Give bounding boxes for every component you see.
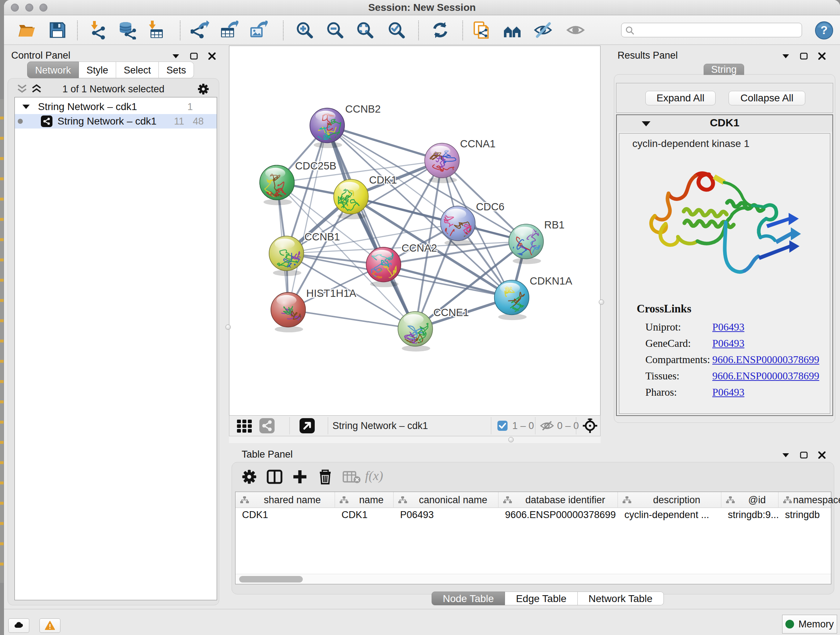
network-options-gear-icon[interactable] xyxy=(197,83,210,95)
import-network-icon[interactable] xyxy=(88,21,107,40)
table-body: CDK1CDK1P064939606.ENSP00000378699cyclin… xyxy=(235,508,831,522)
table-tab-edge-table[interactable]: Edge Table xyxy=(505,592,578,605)
maximize-panel-icon[interactable] xyxy=(799,450,808,460)
zoom-out-icon[interactable] xyxy=(325,21,344,40)
column-header-shared-name[interactable]: shared name xyxy=(235,492,335,508)
column-header-name[interactable]: name xyxy=(335,492,393,508)
network-edge[interactable] xyxy=(327,126,442,161)
help-button[interactable]: ? xyxy=(815,21,834,40)
function-builder-icon[interactable]: f(x) xyxy=(365,468,383,483)
crosslink-link[interactable]: 9606.ENSP00000378699 xyxy=(712,370,819,386)
network-node-HIST1H1A[interactable] xyxy=(271,293,306,333)
crosslink-link[interactable]: P06493 xyxy=(712,321,745,337)
horizontal-splitter[interactable] xyxy=(229,436,600,443)
statusbar-separator xyxy=(535,417,535,434)
export-network-icon[interactable] xyxy=(191,21,210,40)
fit-selected-icon[interactable] xyxy=(583,418,598,433)
network-node-CCNB2[interactable] xyxy=(310,108,345,148)
control-tab-network[interactable]: Network xyxy=(27,62,79,78)
float-panel-icon[interactable] xyxy=(781,51,790,61)
control-tab-sets[interactable]: Sets xyxy=(159,62,194,78)
float-panel-icon[interactable] xyxy=(781,450,790,460)
birds-eye-view-icon[interactable] xyxy=(236,417,253,434)
table-tab-network-table[interactable]: Network Table xyxy=(578,592,664,605)
float-panel-icon[interactable] xyxy=(171,51,180,61)
network-edge[interactable] xyxy=(288,126,327,310)
table-horizontal-scrollbar[interactable] xyxy=(235,574,831,584)
network-node-CCNB1[interactable] xyxy=(269,236,304,276)
hidden-eye-icon[interactable] xyxy=(540,420,554,432)
network-node-CCNE1[interactable] xyxy=(398,312,433,352)
network-node-CCNA1[interactable] xyxy=(425,143,459,183)
collapse-all-button[interactable]: Collapse All xyxy=(729,91,805,105)
warning-button[interactable] xyxy=(39,618,60,633)
network-canvas[interactable]: CCNB2CCNA1CDC25BCDK1CDC6RB1CCNB1CCNA2CDK… xyxy=(229,46,600,416)
crosslink-link[interactable]: P06493 xyxy=(712,337,745,354)
zoom-selected-icon[interactable] xyxy=(387,21,406,40)
hide-selected-icon[interactable] xyxy=(534,21,553,40)
close-panel-icon[interactable] xyxy=(207,51,217,61)
statusbar-separator xyxy=(491,417,491,434)
table-row[interactable]: CDK1CDK1P064939606.ENSP00000378699cyclin… xyxy=(235,508,831,522)
import-database-icon[interactable] xyxy=(118,21,136,40)
table-tab-node-table[interactable]: Node Table xyxy=(431,592,505,605)
show-all-icon[interactable] xyxy=(566,21,585,40)
network-row[interactable]: String Network – cdk1 11 48 xyxy=(15,114,217,128)
control-tab-select[interactable]: Select xyxy=(116,62,159,78)
save-session-icon[interactable] xyxy=(48,21,67,40)
export-image-icon[interactable] xyxy=(249,21,268,40)
splitter-handle[interactable] xyxy=(225,325,231,330)
network-node-CDC25B[interactable] xyxy=(260,165,294,205)
copy-style-icon[interactable] xyxy=(472,21,491,40)
column-type-icon xyxy=(783,496,792,504)
zoom-in-icon[interactable] xyxy=(295,21,314,40)
control-tab-style[interactable]: Style xyxy=(79,62,116,78)
refresh-icon[interactable] xyxy=(431,21,450,40)
open-file-icon[interactable] xyxy=(17,21,36,40)
show-columns-icon[interactable] xyxy=(267,469,283,485)
search-icon xyxy=(625,26,635,35)
splitter-handle[interactable] xyxy=(508,437,514,442)
crosslink-link[interactable]: P06493 xyxy=(712,386,745,402)
export-table-icon[interactable] xyxy=(219,21,238,40)
close-panel-icon[interactable] xyxy=(817,51,827,61)
first-neighbors-icon[interactable] xyxy=(503,21,522,40)
crosslink-link[interactable]: 9606.ENSP00000378699 xyxy=(712,354,819,370)
selected-nodes-checkbox-icon[interactable] xyxy=(497,420,508,431)
network-edge[interactable] xyxy=(288,310,415,329)
splitter-handle[interactable] xyxy=(599,299,604,305)
protein-section-header[interactable]: CDK1 xyxy=(617,115,832,132)
open-in-new-window-icon[interactable] xyxy=(299,418,315,434)
expand-all-button[interactable]: Expand All xyxy=(645,91,715,105)
network-node-count: 11 xyxy=(174,116,184,127)
crosslink-row: Tissues:9606.ENSP00000378699 xyxy=(645,370,819,386)
import-table-icon[interactable] xyxy=(147,21,166,40)
results-tab-string[interactable]: String xyxy=(704,64,744,75)
cloud-button[interactable] xyxy=(8,618,29,633)
network-node-CDKN1A[interactable] xyxy=(494,280,529,320)
zoom-fit-icon[interactable] xyxy=(355,21,374,40)
column-header-database-identifier[interactable]: database identifier xyxy=(499,492,618,508)
memory-button[interactable]: Memory xyxy=(782,615,837,633)
table-options-gear-icon[interactable] xyxy=(241,469,257,485)
search-input[interactable] xyxy=(638,24,797,35)
column-label: name xyxy=(359,494,384,506)
maximize-panel-icon[interactable] xyxy=(799,51,808,61)
column-header-namespace[interactable]: namespace xyxy=(778,492,840,508)
delete-table-icon[interactable] xyxy=(343,469,361,485)
network-node-CCNA2[interactable] xyxy=(366,247,401,287)
column-type-icon xyxy=(240,496,249,504)
column-header-description[interactable]: description xyxy=(618,492,722,508)
network-node-RB1[interactable] xyxy=(508,224,543,264)
maximize-panel-icon[interactable] xyxy=(189,51,199,61)
add-column-icon[interactable] xyxy=(292,469,308,485)
close-panel-icon[interactable] xyxy=(817,450,827,460)
node-label-HIST1H1A: HIST1H1A xyxy=(306,287,357,299)
graphics-details-icon[interactable] xyxy=(259,418,275,434)
collection-expand-icon[interactable] xyxy=(22,104,30,110)
column-header--id[interactable]: @id xyxy=(722,492,778,508)
delete-column-icon[interactable] xyxy=(317,469,333,485)
scrollbar-thumb[interactable] xyxy=(239,576,303,583)
column-header-canonical-name[interactable]: canonical name xyxy=(393,492,499,508)
network-collection-row[interactable]: String Network – cdk1 1 xyxy=(15,100,217,114)
